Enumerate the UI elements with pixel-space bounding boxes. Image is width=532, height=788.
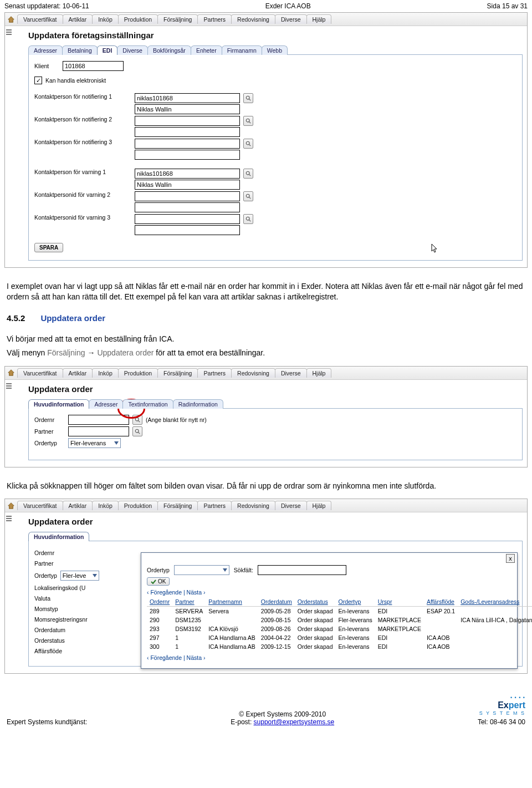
table-row[interactable]: 3001ICA Handlarna AB2009-12-15Order skap…	[147, 642, 532, 651]
menu-tab-produktion[interactable]: Produktion	[118, 368, 158, 378]
table-row[interactable]: 289SERVERAServera2009-05-28Order skapadE…	[147, 607, 532, 616]
menu-tab-inköp[interactable]: Inköp	[92, 501, 119, 510]
notif3-input-name[interactable]	[135, 150, 240, 160]
footer-email-link[interactable]: support@expertsystems.se	[254, 718, 335, 726]
menu-tab-produktion[interactable]: Produktion	[118, 14, 158, 24]
ordernr-search-button[interactable]	[132, 415, 142, 425]
next-link[interactable]: Nästa ›	[187, 589, 206, 596]
sub-tab-edi[interactable]: EDI	[97, 45, 118, 55]
col-partner[interactable]: Partner	[172, 597, 206, 607]
menu-tab-diverse[interactable]: Diverse	[275, 501, 307, 510]
sub-tab-adresser[interactable]: Adresser	[89, 399, 123, 409]
sidebar-toggle[interactable]	[5, 512, 14, 673]
popup-ordertyp-select[interactable]	[174, 565, 229, 575]
menu-tab-redovisning[interactable]: Redovisning	[231, 368, 275, 378]
elektroniskt-checkbox[interactable]	[34, 77, 42, 84]
menu-tab-diverse[interactable]: Diverse	[275, 14, 307, 24]
warn1-input-id[interactable]	[135, 169, 240, 179]
col-orderstatus[interactable]: Orderstatus	[295, 597, 336, 607]
sub-tab-bokföringsår[interactable]: Bokföringsår	[147, 45, 191, 55]
notif1-input-name[interactable]	[135, 104, 240, 114]
popup-sokfalt-input[interactable]	[258, 565, 346, 575]
col-urspr[interactable]: Urspr	[375, 597, 424, 607]
menu-tab-hjälp[interactable]: Hjälp	[306, 14, 332, 24]
col-ordernr[interactable]: Ordernr	[147, 597, 172, 607]
partner-input[interactable]	[68, 426, 129, 436]
warn1-label: Kontaktperson för varning 1	[34, 169, 131, 175]
home-icon[interactable]	[7, 502, 15, 510]
menu-tab-försäljning[interactable]: Försäljning	[157, 368, 198, 378]
sub-tab-enheter[interactable]: Enheter	[191, 45, 222, 55]
warn1-search-button[interactable]	[243, 169, 253, 179]
notif1-search-button[interactable]	[243, 93, 253, 103]
table-row[interactable]: 290DSM12352009-08-15Order skapadFler-lev…	[147, 616, 532, 624]
sub-tab-huvudinformation[interactable]: Huvudinformation	[28, 532, 89, 541]
table-row[interactable]: 2971ICA Handlarna AB2004-04-22Order skap…	[147, 633, 532, 642]
col-partnernamn[interactable]: Partnernamn	[206, 597, 258, 607]
warn3-search-button[interactable]	[243, 214, 253, 224]
ordertyp-select[interactable]: Fler-leverans	[68, 438, 121, 448]
menu-tab-varucertifikat[interactable]: Varucertifikat	[17, 501, 63, 510]
home-icon[interactable]	[7, 369, 15, 377]
para-3-text: Välj menyn Försäljning → Uppdatera order…	[7, 348, 525, 358]
menu-tab-partners[interactable]: Partners	[197, 368, 232, 378]
notif3-search-button[interactable]	[243, 139, 253, 149]
sub-tab-betalning[interactable]: Betalning	[62, 45, 98, 55]
section-title: Uppdatera order	[40, 313, 105, 323]
sidebar-toggle[interactable]	[5, 26, 14, 267]
menu-tab-artiklar[interactable]: Artiklar	[63, 501, 93, 510]
sub-tab-diverse[interactable]: Diverse	[117, 45, 148, 55]
ok-button[interactable]: OK	[147, 577, 170, 586]
warn2-search-button[interactable]	[243, 191, 253, 201]
menu-tab-inköp[interactable]: Inköp	[92, 368, 119, 378]
table-row[interactable]: 293DSM3192ICA Klövsjö2009-08-26Order ska…	[147, 624, 532, 633]
menu-tab-partners[interactable]: Partners	[197, 14, 232, 24]
col-affärsflöde[interactable]: Affärsflöde	[424, 597, 458, 607]
warn2-input-id[interactable]	[135, 191, 240, 201]
sub-tab-adresser[interactable]: Adresser	[28, 45, 63, 55]
close-button[interactable]: x	[506, 554, 515, 563]
menu-tab-försäljning[interactable]: Försäljning	[157, 14, 198, 24]
menu-tab-artiklar[interactable]: Artiklar	[63, 14, 93, 24]
menu-tab-diverse[interactable]: Diverse	[275, 368, 307, 378]
klient-input[interactable]	[63, 61, 124, 71]
sub-tab-radinformation[interactable]: Radinformation	[173, 399, 223, 409]
menu-tab-hjälp[interactable]: Hjälp	[306, 368, 332, 378]
prev-link[interactable]: ‹ Föregående	[147, 654, 182, 661]
home-icon[interactable]	[7, 16, 15, 23]
menu-tab-hjälp[interactable]: Hjälp	[306, 501, 332, 510]
menu-tab-artiklar[interactable]: Artiklar	[63, 368, 93, 378]
col-orderdatum[interactable]: Orderdatum	[258, 597, 295, 607]
notif2-input-id[interactable]	[135, 116, 240, 126]
warn2-input-name[interactable]	[135, 202, 240, 212]
prev-link[interactable]: ‹ Föregående	[147, 589, 182, 596]
menu-tab-redovisning[interactable]: Redovisning	[231, 501, 275, 510]
sub-tab-webb[interactable]: Webb	[262, 45, 288, 55]
warn3-input-id[interactable]	[135, 214, 240, 224]
col-ordertyp[interactable]: Ordertyp	[335, 597, 375, 607]
warn3-input-name[interactable]	[135, 225, 240, 235]
menu-tab-varucertifikat[interactable]: Varucertifikat	[17, 14, 63, 24]
menu-tab-redovisning[interactable]: Redovisning	[231, 14, 275, 24]
sub-tab-huvudinformation[interactable]: Huvudinformation	[28, 399, 89, 409]
notif2-search-button[interactable]	[243, 116, 253, 126]
ordertyp-select[interactable]: Fler-leve	[60, 571, 99, 581]
menu-tab-inköp[interactable]: Inköp	[92, 14, 119, 24]
menu-tab-försäljning[interactable]: Försäljning	[157, 501, 198, 510]
sub-tab-textinformation[interactable]: Textinformation	[122, 399, 173, 409]
warn1-input-name[interactable]	[135, 180, 240, 190]
menu-tab-varucertifikat[interactable]: Varucertifikat	[17, 368, 63, 378]
sidebar-toggle[interactable]	[5, 380, 14, 467]
menu-tab-produktion[interactable]: Produktion	[118, 501, 158, 510]
partner-search-button[interactable]	[132, 426, 142, 436]
next-link[interactable]: Nästa ›	[187, 654, 206, 661]
col-gods-/leveransadress[interactable]: Gods-/Leveransadress	[458, 597, 532, 607]
notif2-input-name[interactable]	[135, 127, 240, 137]
notif1-input-id[interactable]	[135, 93, 240, 103]
menu-tab-partners[interactable]: Partners	[197, 501, 232, 510]
notif3-input-id[interactable]	[135, 139, 240, 149]
footer-tel: Tel: 08-46 34 00	[478, 718, 525, 726]
save-button[interactable]: SPARA	[34, 243, 63, 252]
sub-tab-firmanamn[interactable]: Firmanamn	[222, 45, 262, 55]
ordernr-input[interactable]	[68, 415, 129, 425]
